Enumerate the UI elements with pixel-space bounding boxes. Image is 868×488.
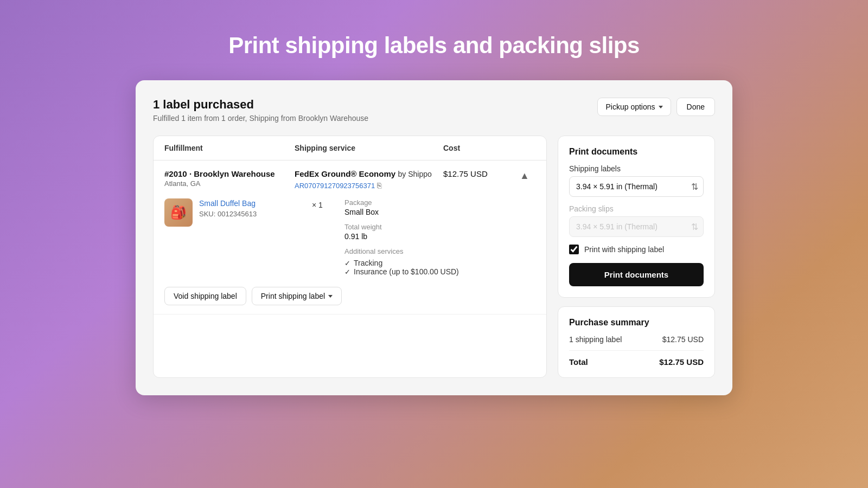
card-header-left: 1 label purchased Fulfilled 1 item from … <box>153 98 368 123</box>
service-tracking-text: Tracking <box>354 259 382 267</box>
expand-button[interactable]: ▲ <box>514 169 535 182</box>
print-documents-button[interactable]: Print documents <box>569 263 704 286</box>
pickup-options-button[interactable]: Pickup options <box>597 98 671 116</box>
fulfillment-city: Atlanta, GA <box>164 179 295 188</box>
service-insurance: ✓ Insurance (up to $100.00 USD) <box>344 267 535 276</box>
additional-services-label: Additional services <box>344 247 535 255</box>
print-docs-card: Print documents Shipping labels 3.94 × 5… <box>558 136 715 298</box>
shipping-service-name: FedEx Ground® Economy <box>295 169 395 178</box>
tracking-number-link[interactable]: AR070791270923756371 ⎘ <box>295 181 443 190</box>
purchase-summary-card: Purchase summary 1 shipping label $12.75… <box>558 306 715 378</box>
purchase-summary-title: Purchase summary <box>569 318 704 328</box>
fulfillment-info: #2010 · Brooklyn Warehouse Atlanta, GA F… <box>164 169 535 190</box>
check-icon-tracking: ✓ <box>344 259 350 267</box>
print-label-text: Print shipping label <box>261 292 325 300</box>
main-card: 1 label purchased Fulfilled 1 item from … <box>136 80 732 395</box>
page-title: Print shipping labels and packing slips <box>228 33 640 59</box>
shipping-labels-select[interactable]: 3.94 × 5.91 in (Thermal) <box>569 176 704 197</box>
col-shipping: Shipping service <box>295 144 443 152</box>
item-image: 🎒 <box>164 198 193 227</box>
item-package-details: Package Small Box Total weight 0.91 lb A… <box>344 198 535 276</box>
fulfillment-location: #2010 · Brooklyn Warehouse <box>164 169 295 178</box>
tracking-number-text: AR070791270923756371 <box>295 182 375 190</box>
chevron-down-icon-print <box>328 295 333 298</box>
service-tracking: ✓ Tracking <box>344 259 535 267</box>
weight-value: 0.91 lb <box>344 232 535 241</box>
service-insurance-text: Insurance (up to $100.00 USD) <box>354 267 459 276</box>
summary-item-label-0: 1 shipping label <box>569 335 622 344</box>
summary-total-row: Total $12.75 USD <box>569 357 704 367</box>
shipping-service-col: FedEx Ground® Economy by Shippo AR070791… <box>295 169 443 190</box>
item-quantity: × 1 <box>301 201 344 276</box>
done-button[interactable]: Done <box>676 98 715 116</box>
item-name-link[interactable]: Small Duffel Bag <box>199 199 256 208</box>
header-actions: Pickup options Done <box>597 98 715 116</box>
item-right: × 1 Package Small Box Total weight 0.91 … <box>301 198 535 276</box>
col-cost: Cost <box>443 144 514 152</box>
summary-total-label: Total <box>569 357 588 367</box>
check-icon-insurance: ✓ <box>344 268 350 276</box>
shipping-labels-label: Shipping labels <box>569 164 704 173</box>
item-sku: SKU: 0012345613 <box>199 210 257 218</box>
fulfillment-location-col: #2010 · Brooklyn Warehouse Atlanta, GA <box>164 169 295 188</box>
packing-slips-select[interactable]: 3.94 × 5.91 in (Thermal) <box>569 216 704 237</box>
copy-icon: ⎘ <box>377 181 381 190</box>
col-fulfillment: Fulfillment <box>164 144 295 152</box>
packing-slips-select-wrapper: 3.94 × 5.91 in (Thermal) ⇅ <box>569 216 704 237</box>
summary-total-value: $12.75 USD <box>659 357 704 367</box>
additional-services: Additional services ✓ Tracking ✓ Insuran… <box>344 247 535 276</box>
package-label: Package <box>344 198 535 207</box>
print-with-label-row: Print with shipping label <box>569 245 704 254</box>
summary-row-0: 1 shipping label $12.75 USD <box>569 335 704 351</box>
card-subtitle: Fulfilled 1 item from 1 order, Shipping … <box>153 114 368 123</box>
col-action <box>514 144 535 152</box>
item-details: Small Duffel Bag SKU: 0012345613 <box>199 198 257 218</box>
packing-slips-label: Packing slips <box>569 204 704 213</box>
cost-value: $12.75 USD <box>443 169 514 178</box>
card-title: 1 label purchased <box>153 98 368 112</box>
print-docs-title: Print documents <box>569 147 704 157</box>
row-actions: Void shipping label Print shipping label <box>164 287 535 305</box>
item-info: 🎒 Small Duffel Bag SKU: 0012345613 <box>164 198 295 276</box>
void-label-button[interactable]: Void shipping label <box>164 287 246 305</box>
card-header: 1 label purchased Fulfilled 1 item from … <box>153 98 715 123</box>
fulfillment-panel: Fulfillment Shipping service Cost #2010 … <box>153 136 547 378</box>
summary-item-value-0: $12.75 USD <box>662 335 704 344</box>
chevron-down-icon <box>659 106 663 108</box>
item-row: 🎒 Small Duffel Bag SKU: 0012345613 × 1 P… <box>164 198 535 276</box>
weight-label: Total weight <box>344 223 535 231</box>
main-content: Fulfillment Shipping service Cost #2010 … <box>153 136 715 378</box>
table-header: Fulfillment Shipping service Cost <box>154 136 546 160</box>
print-with-label-label: Print with shipping label <box>584 245 664 254</box>
print-with-label-checkbox[interactable] <box>569 245 579 254</box>
right-panel: Print documents Shipping labels 3.94 × 5… <box>558 136 715 378</box>
pickup-options-label: Pickup options <box>605 102 655 111</box>
print-label-button[interactable]: Print shipping label <box>252 287 342 305</box>
shipping-labels-select-wrapper: 3.94 × 5.91 in (Thermal) ⇅ <box>569 176 704 197</box>
shipping-service-suffix: by Shippo <box>398 170 432 178</box>
package-value: Small Box <box>344 208 535 216</box>
fulfillment-row: #2010 · Brooklyn Warehouse Atlanta, GA F… <box>154 160 546 314</box>
